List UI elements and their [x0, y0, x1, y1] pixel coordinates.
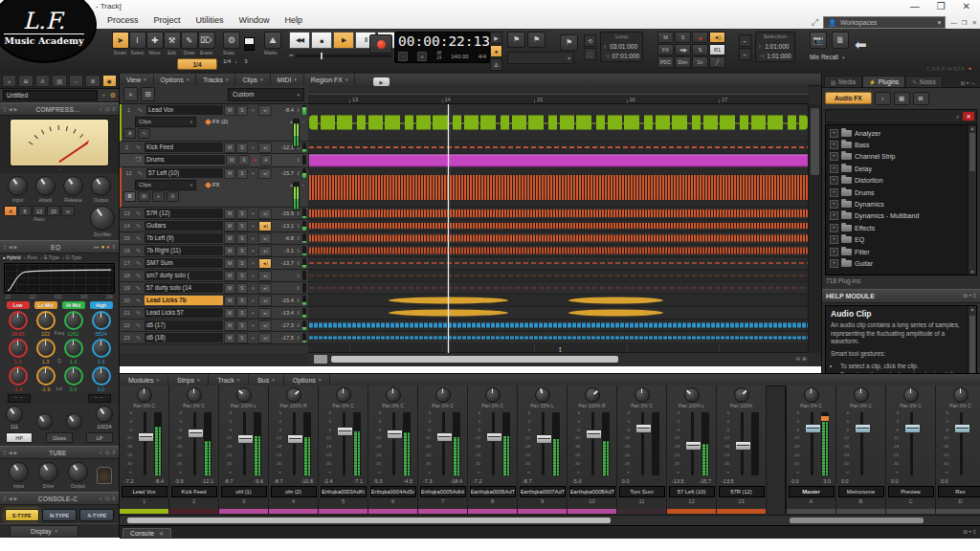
track-volume[interactable]: -6.8: [273, 235, 294, 241]
eq-q-knob[interactable]: 1.3: [8, 339, 29, 364]
drywet-knob[interactable]: [90, 206, 115, 231]
fader-handle[interactable]: [586, 430, 602, 439]
mixer-strip[interactable]: Pan 0% C 60-6-12-18-24-30∞ -7.3 -18.4 Er…: [418, 386, 468, 514]
audio-tab-icon[interactable]: A: [35, 75, 50, 87]
solo-button[interactable]: S: [236, 296, 248, 306]
mixer-strip[interactable]: Pan 0% C 60-6-12-18-24-30∞ -5.0 -4.5 Ert…: [368, 386, 418, 514]
mix-module-button[interactable]: ⇅: [692, 44, 708, 55]
transport-slider[interactable]: ⏮ ⏭: [289, 53, 398, 59]
pan-knob[interactable]: [585, 387, 600, 403]
pan-knob[interactable]: [286, 387, 301, 403]
track-volume[interactable]: -15.7: [273, 170, 294, 176]
arm-record-icon[interactable]: ●: [249, 298, 257, 303]
strip-name[interactable]: Preview: [888, 486, 934, 497]
snapshot-file-icon[interactable]: 🗎: [832, 32, 849, 49]
maximize-icon[interactable]: ❐: [937, 1, 946, 11]
collapse-all-icon[interactable]: ⊠: [913, 92, 929, 105]
rack-icon[interactable]: ▦: [894, 92, 910, 105]
scroll-up-icon[interactable]: ▲: [969, 125, 976, 131]
track-header[interactable]: 14∿GuitarsMS●◄)-13.1⇕: [120, 220, 308, 232]
track-lane[interactable]: [308, 142, 809, 154]
pan-knob[interactable]: [187, 387, 202, 403]
strip-name[interactable]: ohl (1): [221, 486, 267, 497]
solo-button[interactable]: S: [238, 155, 250, 165]
pan-knob[interactable]: [804, 387, 819, 403]
snap-toggle-icon[interactable]: [244, 37, 255, 51]
ratio-button[interactable]: 8: [18, 206, 32, 216]
track-name[interactable]: Guitars: [145, 221, 223, 231]
track-manager-icon[interactable]: ⊞: [141, 87, 155, 101]
help-module-icons[interactable]: ⧉ ▾ ⇕: [963, 293, 976, 299]
track-header[interactable]: 13∿57R (12)MS●◄)-15.9⇕: [120, 208, 308, 220]
expand-icon[interactable]: ⇕: [295, 235, 301, 241]
clips-dropdown[interactable]: Clips: [135, 117, 196, 127]
arrange-vscrollbar[interactable]: [808, 104, 821, 353]
eq-header[interactable]: ⣿ ◀ ▶ EQ ▸▸●●⇕: [0, 240, 119, 253]
fader-handle[interactable]: [954, 424, 970, 433]
minimize-icon[interactable]: —: [910, 1, 920, 11]
pan-knob[interactable]: [236, 387, 252, 403]
expand-icon[interactable]: ⇕: [295, 298, 301, 303]
track-header[interactable]: ❒DrumsMS●A⇕: [120, 154, 308, 167]
transport-button[interactable]: ◀◀: [289, 32, 310, 49]
expand-icon[interactable]: ⇕: [295, 223, 301, 229]
transport-button[interactable]: ■: [311, 32, 332, 49]
selection-end[interactable]: 1:01:000: [767, 53, 791, 59]
bus-strip[interactable]: Pan 0% C 60-6-12-18-24-30∞ 0.0 3.0 Maste…: [787, 386, 836, 514]
module-add-icon[interactable]: ＋: [99, 106, 104, 113]
expand-plus-icon[interactable]: +: [830, 235, 838, 244]
track-name[interactable]: 7b Left (9): [145, 233, 223, 243]
plugin-folder-item[interactable]: + EQ: [826, 234, 976, 246]
eq-type-radio[interactable]: Pure: [23, 254, 37, 260]
arm-record-icon[interactable]: ●: [249, 210, 257, 216]
hp-freq-knob[interactable]: [6, 406, 23, 423]
tool-button[interactable]: ➤ Smart: [112, 32, 128, 55]
expand-plus-icon[interactable]: +: [830, 141, 838, 149]
browser-tab[interactable]: ▤ Media: [824, 76, 862, 87]
bus-strip[interactable]: Pan 0% C 60-6-12-18-24-30∞ 0.0 Metronome…: [836, 386, 886, 514]
eq-freq-knob[interactable]: 222: [35, 311, 56, 337]
solo-button[interactable]: S: [236, 258, 248, 269]
prochannel-power-icon[interactable]: ◉: [102, 75, 117, 87]
fader-handle[interactable]: [486, 432, 502, 442]
audio-fx-button[interactable]: Audio FX: [825, 92, 872, 104]
add-preset-icon[interactable]: ＋: [100, 91, 107, 100]
mixer-menu[interactable]: Track: [209, 374, 249, 386]
mixer-menu[interactable]: Modules: [120, 374, 168, 386]
strip-name[interactable]: Erthqka0004AdSr: [370, 486, 416, 497]
track-lane[interactable]: [308, 220, 809, 232]
pan-knob[interactable]: [854, 387, 869, 403]
select-from-icon[interactable]: ⌐: [739, 34, 751, 47]
eq-type-radio[interactable]: Hybrid: [3, 254, 20, 260]
mute-button[interactable]: M: [224, 258, 235, 269]
eq-graph[interactable]: [4, 263, 115, 294]
tempo-display[interactable]: 140.00: [451, 54, 468, 59]
plugin-folder-item[interactable]: + Delay: [826, 163, 976, 174]
browser-tab[interactable]: ⚡ Plugins: [862, 76, 905, 87]
expand-icon[interactable]: ⇕: [295, 310, 301, 316]
expand-icon[interactable]: ⇕: [295, 285, 301, 291]
lp-button[interactable]: LP: [86, 432, 113, 443]
strip-name[interactable]: Tom Sum: [619, 486, 665, 497]
arm-record-icon[interactable]: ●: [249, 260, 257, 266]
mixer-strip[interactable]: Pan 0% C 60-6-12-18-24-30∞ 0.0 Tom Sum 1…: [617, 386, 667, 514]
track-lane[interactable]: [308, 167, 809, 208]
close-icon[interactable]: ✕: [159, 530, 164, 537]
playhead[interactable]: [448, 104, 449, 353]
solo-button[interactable]: S: [236, 209, 248, 219]
strip-name[interactable]: Kick Feed: [171, 486, 217, 497]
hp-button[interactable]: HP: [6, 432, 33, 443]
piano-tab-icon[interactable]: ▥: [52, 75, 66, 87]
eq-q-knob[interactable]: 1.3: [35, 339, 56, 364]
track-volume[interactable]: -13.4: [273, 310, 294, 316]
compressor-knob[interactable]: Attack: [34, 176, 57, 203]
track-lane[interactable]: [308, 295, 809, 307]
eq-type-radio[interactable]: E-Type: [40, 254, 59, 260]
mixer-strip[interactable]: Pan 100% R 60-6-12-18-24-30∞ -8.7 -10.8 …: [269, 386, 319, 514]
pan-knob[interactable]: [684, 387, 700, 403]
track-name[interactable]: d6 (18): [145, 333, 223, 342]
expand-icon[interactable]: ⇕: [295, 335, 301, 341]
automation-button[interactable]: R: [123, 191, 136, 202]
mixer-strip[interactable]: Pan 100% L 60-6-12-18-24-30∞ -8.7 -9.6 o…: [219, 386, 269, 514]
module-collapse-icon[interactable]: ⇕: [111, 496, 116, 502]
